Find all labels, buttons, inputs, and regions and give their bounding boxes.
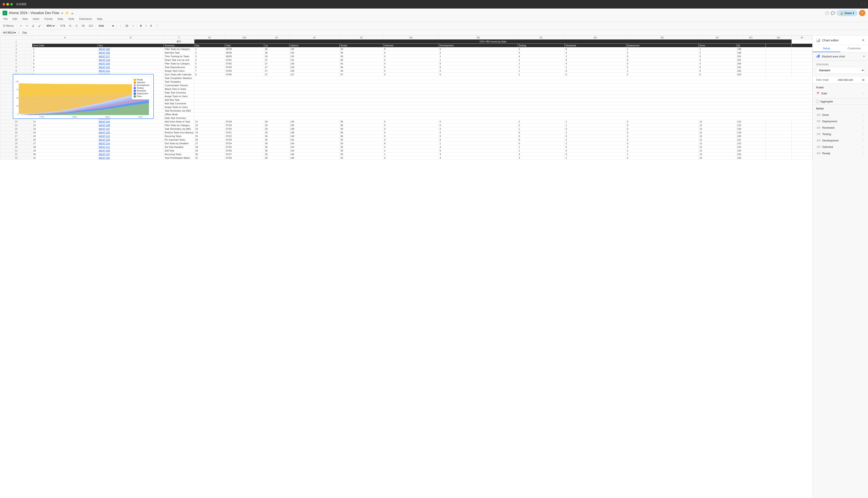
cell[interactable]	[792, 131, 812, 134]
cell[interactable]: 2	[565, 156, 626, 160]
cell[interactable]: 2	[626, 149, 699, 153]
cell[interactable]: 12	[699, 120, 736, 123]
cell[interactable]: 0	[565, 127, 626, 131]
cell[interactable]: 15	[699, 153, 736, 156]
cell[interactable]: 0	[518, 134, 565, 138]
cell[interactable]: 226	[736, 153, 765, 156]
cell[interactable]	[765, 142, 792, 145]
cell-link[interactable]: IM24T-312	[98, 134, 164, 138]
cell[interactable]: 2	[565, 55, 626, 58]
cell[interactable]: 129	[290, 62, 340, 66]
cell[interactable]: 55	[340, 149, 383, 153]
cell-link[interactable]: IM24T-355	[98, 51, 164, 55]
cell[interactable]	[194, 102, 813, 105]
cell[interactable]	[765, 51, 792, 55]
cell[interactable]: 0	[626, 62, 699, 66]
menu-extensions[interactable]: Extensions	[78, 17, 93, 21]
cell[interactable]: 2	[626, 134, 699, 138]
cell[interactable]: Task Templates	[164, 80, 194, 84]
cell[interactable]: 1	[518, 73, 565, 76]
col-header-bd[interactable]: BD	[565, 36, 626, 39]
cell[interactable]: 27	[264, 69, 290, 73]
cell[interactable]: 5	[518, 51, 565, 55]
close-icon[interactable]: ✕	[862, 38, 865, 42]
cell[interactable]: 7	[32, 69, 98, 73]
cell[interactable]: 07/02	[225, 62, 264, 66]
cell[interactable]	[792, 66, 812, 69]
cell[interactable]: 3	[32, 55, 98, 58]
cell[interactable]: 30	[264, 156, 290, 160]
cell[interactable]	[792, 58, 812, 62]
avatar[interactable]: Y	[859, 10, 866, 16]
cell[interactable]: 2	[626, 66, 699, 69]
cell[interactable]: 5	[439, 47, 518, 51]
cell-link[interactable]: IM24T-325	[98, 131, 164, 134]
cell[interactable]: 56	[340, 51, 383, 55]
cell[interactable]: 140	[290, 134, 340, 138]
cell[interactable]: 55	[340, 138, 383, 142]
cell[interactable]: 224	[736, 145, 765, 149]
series-more-selected[interactable]: ⋮	[861, 145, 865, 149]
cell[interactable]: 12	[699, 149, 736, 153]
cell[interactable]: 29	[32, 149, 98, 153]
cell[interactable]: 0	[383, 127, 439, 131]
col-header-bi[interactable]: BI	[792, 36, 812, 39]
cell[interactable]: 07/05	[225, 73, 264, 76]
cell[interactable]: 198	[736, 51, 765, 55]
cell[interactable]: 27	[264, 66, 290, 69]
more-button[interactable]: ⋮	[155, 24, 160, 28]
cell[interactable]: 0	[518, 131, 565, 134]
cell[interactable]: 23	[32, 127, 98, 131]
cell[interactable]	[194, 80, 813, 84]
cell[interactable]: Summary	[164, 44, 194, 47]
cell[interactable]: Development	[439, 44, 518, 47]
cell[interactable]: 0	[626, 55, 699, 58]
cell[interactable]	[32, 39, 98, 44]
cell[interactable]: 索引	[164, 39, 194, 44]
cell[interactable]: 07/03	[225, 66, 264, 69]
cell[interactable]: 226	[736, 156, 765, 160]
cell[interactable]: 07/24	[225, 142, 264, 145]
cell[interactable]: 146	[290, 153, 340, 156]
cell[interactable]: 66	[340, 131, 383, 134]
cell[interactable]: 1	[383, 153, 439, 156]
cell[interactable]: 4	[32, 58, 98, 62]
cell[interactable]: Daily Task Summary	[164, 116, 194, 120]
cell[interactable]: Done	[699, 44, 736, 47]
cell[interactable]: 224	[736, 149, 765, 153]
menu-help[interactable]: Help	[96, 17, 103, 21]
cell[interactable]: Recurring Tasks	[164, 134, 194, 138]
cell[interactable]: 0	[383, 47, 439, 51]
cell[interactable]: 25	[32, 134, 98, 138]
strikethrough-button[interactable]: S	[149, 24, 153, 28]
cell[interactable]: Task Prioritization Matrix	[164, 156, 194, 160]
cell[interactable]: 144	[290, 145, 340, 149]
cell[interactable]: 29	[264, 123, 290, 127]
cell[interactable]: 27	[194, 142, 225, 145]
cell[interactable]: 144	[290, 149, 340, 153]
cell[interactable]: 07/27	[225, 153, 264, 156]
cell[interactable]	[792, 156, 812, 160]
cell[interactable]: 134	[290, 120, 340, 123]
cell[interactable]: 146	[290, 156, 340, 160]
print-button[interactable]: 🖨	[30, 24, 36, 28]
cell[interactable]: Add New Task	[164, 98, 194, 102]
col-header-ax[interactable]: AX	[264, 36, 290, 39]
cell[interactable]: Customizable Themes	[164, 84, 194, 87]
cell[interactable]: 221	[736, 138, 765, 142]
cell[interactable]: Filter Tasks by Category	[164, 123, 194, 127]
series-more-development[interactable]: ⋮	[861, 139, 865, 143]
cloud-icon[interactable]: ☁	[71, 11, 74, 15]
cell[interactable]: 2	[626, 138, 699, 142]
cell[interactable]: 0	[383, 123, 439, 127]
cell[interactable]: 2	[699, 51, 736, 55]
italic-button[interactable]: I	[144, 24, 148, 28]
cell[interactable]: 0	[626, 58, 699, 62]
cell[interactable]: 133	[290, 51, 340, 55]
cell-link[interactable]: IM24T-321	[98, 69, 164, 73]
cell[interactable]: 0	[518, 138, 565, 142]
cell[interactable]: 1	[518, 127, 565, 131]
col-header-a[interactable]: A	[32, 36, 98, 39]
cell[interactable]: 21	[32, 120, 98, 123]
menu-edit[interactable]: Edit	[12, 17, 18, 21]
